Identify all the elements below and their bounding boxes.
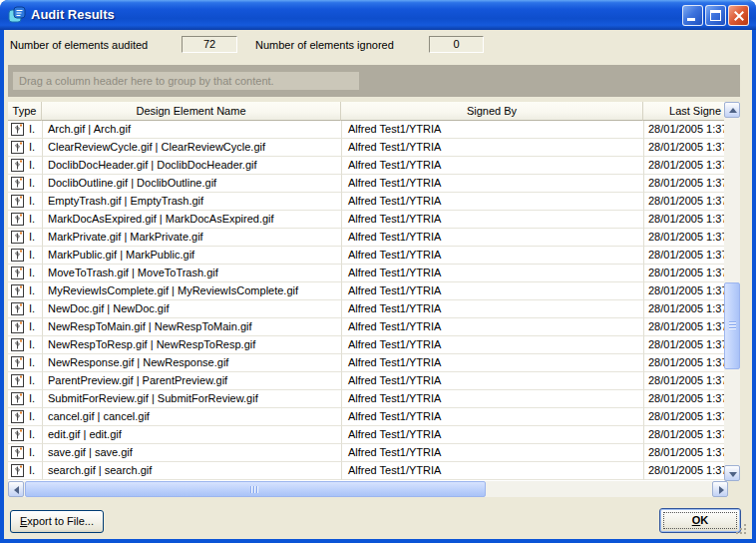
group-by-drop-zone[interactable]: Drag a column header here to group by th…: [8, 65, 740, 97]
audit-results-window: Audit Results Number of elements audited…: [0, 0, 756, 543]
type-cell: I.: [8, 390, 42, 408]
last-signed-cell: 28/01/2005 1:37:: [643, 229, 724, 247]
type-cell: I.: [8, 247, 42, 265]
ok-button[interactable]: OK: [659, 508, 741, 533]
horizontal-scroll-thumb[interactable]: [25, 481, 486, 497]
scroll-left-icon[interactable]: [8, 481, 24, 497]
last-signed-cell: 28/01/2005 1:37:: [643, 175, 724, 193]
signed-by-cell: Alfred Test1/YTRIA: [341, 408, 643, 426]
design-element-name-cell: NewResponse.gif | NewResponse.gif: [42, 354, 341, 372]
design-element-name-cell: EmptyTrash.gif | EmptyTrash.gif: [42, 193, 341, 211]
image-resource-icon: [11, 428, 24, 441]
column-header-signed-by[interactable]: Signed By: [341, 102, 643, 121]
maximize-icon[interactable]: [705, 5, 726, 26]
scroll-up-icon[interactable]: [724, 102, 740, 118]
design-element-name-cell: MarkPrivate.gif | MarkPrivate.gif: [42, 229, 341, 247]
last-signed-cell: 28/01/2005 1:37:: [643, 282, 724, 300]
signed-by-cell: Alfred Test1/YTRIA: [341, 336, 643, 354]
type-label: I.: [29, 318, 35, 334]
table-row[interactable]: I. MarkPrivate.gif | MarkPrivate.gif Alf…: [8, 229, 724, 247]
column-header-type[interactable]: Type: [8, 102, 42, 121]
table-row[interactable]: I. save.gif | save.gif Alfred Test1/YTRI…: [8, 444, 724, 462]
horizontal-scrollbar[interactable]: [8, 481, 728, 497]
scroll-right-icon[interactable]: [712, 481, 728, 497]
type-cell: I.: [8, 318, 42, 336]
scroll-down-icon[interactable]: [724, 465, 740, 481]
last-signed-cell: 28/01/2005 1:37:: [643, 426, 724, 444]
image-resource-icon: [11, 159, 24, 172]
ignored-count-field: 0: [429, 36, 484, 53]
title-bar[interactable]: Audit Results: [0, 0, 756, 30]
table-row[interactable]: I. search.gif | search.gif Alfred Test1/…: [8, 462, 724, 480]
app-logo-icon[interactable]: [8, 6, 26, 24]
image-resource-icon: [11, 320, 24, 333]
design-element-name-cell: ClearReviewCycle.gif | ClearReviewCycle.…: [42, 139, 341, 157]
table-row[interactable]: I. SubmitForReview.gif | SubmitForReview…: [8, 390, 724, 408]
type-label: I.: [29, 300, 35, 316]
table-row[interactable]: I. ParentPreview.gif | ParentPreview.gif…: [8, 372, 724, 390]
design-element-name-cell: NewRespToMain.gif | NewRespToMain.gif: [42, 318, 341, 336]
vertical-scrollbar[interactable]: [724, 102, 740, 481]
dialog-body: Number of elements audited 72 Number of …: [4, 30, 752, 539]
grid-rows: I. Arch.gif | Arch.gif Alfred Test1/YTRI…: [8, 121, 724, 480]
resize-grip[interactable]: [744, 532, 746, 534]
type-label: I.: [29, 372, 35, 388]
signed-by-cell: Alfred Test1/YTRIA: [341, 390, 643, 408]
export-to-file-button[interactable]: Export to File...: [10, 510, 104, 533]
table-row[interactable]: I. NewRespToResp.gif | NewRespToResp.gif…: [8, 336, 724, 354]
signed-by-cell: Alfred Test1/YTRIA: [341, 229, 643, 247]
design-element-name-cell: ParentPreview.gif | ParentPreview.gif: [42, 372, 341, 390]
last-signed-cell: 28/01/2005 1:37:: [643, 372, 724, 390]
signed-by-cell: Alfred Test1/YTRIA: [341, 139, 643, 157]
close-icon[interactable]: [728, 5, 749, 26]
last-signed-cell: 28/01/2005 1:37:: [643, 318, 724, 336]
table-row[interactable]: I. MyReviewIsComplete.gif | MyReviewIsCo…: [8, 282, 724, 300]
table-row[interactable]: I. NewRespToMain.gif | NewRespToMain.gif…: [8, 318, 724, 336]
image-resource-icon: [11, 267, 24, 279]
last-signed-cell: 28/01/2005 1:37:: [643, 354, 724, 372]
table-row[interactable]: I. DoclibDocHeader.gif | DoclibDocHeader…: [8, 157, 724, 175]
scrollbar-corner: [728, 481, 740, 497]
signed-by-cell: Alfred Test1/YTRIA: [341, 282, 643, 300]
type-cell: I.: [8, 408, 42, 426]
image-resource-icon: [11, 464, 24, 477]
image-resource-icon: [11, 249, 24, 262]
image-resource-icon: [11, 356, 24, 369]
table-row[interactable]: I. EmptyTrash.gif | EmptyTrash.gif Alfre…: [8, 193, 724, 211]
image-resource-icon: [11, 195, 24, 208]
type-label: I.: [29, 121, 35, 137]
type-cell: I.: [8, 175, 42, 193]
signed-by-cell: Alfred Test1/YTRIA: [341, 211, 643, 229]
last-signed-cell: 28/01/2005 1:37:: [643, 157, 724, 175]
table-row[interactable]: I. MarkDocAsExpired.gif | MarkDocAsExpir…: [8, 211, 724, 229]
design-element-name-cell: NewRespToResp.gif | NewRespToResp.gif: [42, 336, 341, 354]
type-cell: I.: [8, 265, 42, 282]
column-header-design-element-name[interactable]: Design Element Name: [42, 102, 341, 121]
signed-by-cell: Alfred Test1/YTRIA: [341, 444, 643, 462]
table-row[interactable]: I. MarkPublic.gif | MarkPublic.gif Alfre…: [8, 247, 724, 265]
type-cell: I.: [8, 300, 42, 318]
type-label: I.: [29, 139, 35, 155]
signed-by-cell: Alfred Test1/YTRIA: [341, 193, 643, 211]
design-element-name-cell: cancel.gif | cancel.gif: [42, 408, 341, 426]
column-header-last-signed[interactable]: Last Signe: [643, 102, 724, 121]
last-signed-cell: 28/01/2005 1:37:: [643, 390, 724, 408]
design-element-name-cell: MarkPublic.gif | MarkPublic.gif: [42, 247, 341, 265]
image-resource-icon: [11, 141, 24, 154]
table-row[interactable]: I. Arch.gif | Arch.gif Alfred Test1/YTRI…: [8, 121, 724, 139]
table-row[interactable]: I. edit.gif | edit.gif Alfred Test1/YTRI…: [8, 426, 724, 444]
type-cell: I.: [8, 229, 42, 247]
type-label: I.: [29, 211, 35, 227]
minimize-icon[interactable]: [682, 5, 703, 26]
vertical-scroll-thumb[interactable]: [724, 282, 740, 369]
type-label: I.: [29, 157, 35, 173]
last-signed-cell: 28/01/2005 1:37:: [643, 300, 724, 318]
last-signed-cell: 28/01/2005 1:37:: [643, 139, 724, 157]
table-row[interactable]: I. MoveToTrash.gif | MoveToTrash.gif Alf…: [8, 265, 724, 282]
table-row[interactable]: I. cancel.gif | cancel.gif Alfred Test1/…: [8, 408, 724, 426]
table-row[interactable]: I. ClearReviewCycle.gif | ClearReviewCyc…: [8, 139, 724, 157]
signed-by-cell: Alfred Test1/YTRIA: [341, 300, 643, 318]
table-row[interactable]: I. NewResponse.gif | NewResponse.gif Alf…: [8, 354, 724, 372]
table-row[interactable]: I. DoclibOutline.gif | DoclibOutline.gif…: [8, 175, 724, 193]
table-row[interactable]: I. NewDoc.gif | NewDoc.gif Alfred Test1/…: [8, 300, 724, 318]
